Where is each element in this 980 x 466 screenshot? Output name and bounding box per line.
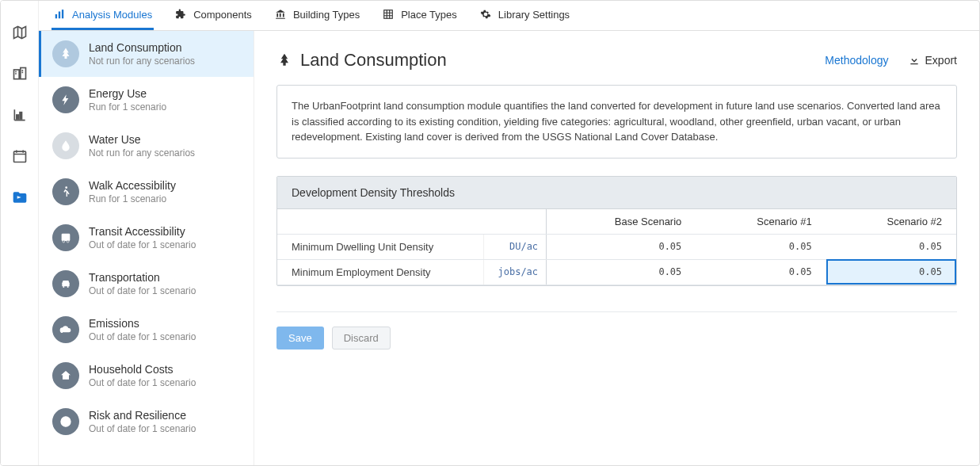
grid-header-s1: Scenario #1	[696, 209, 826, 235]
map-icon[interactable]	[10, 23, 29, 42]
module-item-household-costs[interactable]: Household Costs Out of date for 1 scenar…	[39, 353, 254, 399]
methodology-link[interactable]: Methodology	[825, 54, 888, 67]
grid-header-base: Base Scenario	[547, 209, 696, 235]
puzzle-icon	[174, 8, 187, 21]
svg-rect-3	[13, 70, 19, 79]
module-item-transit-accessibility[interactable]: Transit Accessibility Out of date for 1 …	[39, 215, 254, 261]
page-title-text: Land Consumption	[300, 50, 447, 71]
table-row: Minimum Dwelling Unit Density DU/ac 0.05…	[277, 234, 956, 259]
module-title: Risk and Resilience	[89, 409, 196, 422]
discard-button[interactable]: Discard	[332, 327, 391, 350]
export-label: Export	[925, 54, 957, 67]
bar-chart-icon	[53, 8, 66, 21]
row-unit: DU/ac	[483, 234, 547, 259]
svg-rect-13	[13, 151, 25, 162]
tree-icon	[52, 40, 79, 67]
svg-rect-17	[55, 14, 57, 18]
row-label: Minimum Dwelling Unit Density	[277, 234, 483, 259]
save-button[interactable]: Save	[276, 327, 324, 350]
grid-header-empty	[277, 209, 547, 235]
svg-rect-29	[63, 235, 69, 238]
tab-components[interactable]: Components	[173, 1, 254, 30]
walk-icon	[52, 178, 79, 205]
svg-point-28	[67, 240, 69, 243]
cell-base[interactable]: 0.05	[547, 234, 696, 259]
tab-library-settings[interactable]: Library Settings	[478, 1, 571, 30]
export-button[interactable]: Export	[908, 54, 957, 67]
chart-icon[interactable]	[10, 105, 29, 124]
module-title: Household Costs	[89, 363, 196, 376]
svg-rect-20	[384, 10, 393, 19]
module-title: Water Use	[89, 133, 195, 146]
left-nav-strip	[1, 1, 39, 465]
svg-rect-19	[62, 10, 63, 18]
folder-icon[interactable]	[10, 188, 29, 207]
module-subtitle: Run for 1 scenario	[89, 101, 166, 113]
divider	[276, 311, 957, 312]
module-item-water-use[interactable]: Water Use Not run for any scenarios	[39, 123, 254, 169]
module-title: Walk Accessibility	[89, 179, 176, 192]
module-title: Land Consumption	[89, 41, 195, 54]
home-icon	[52, 362, 79, 389]
gear-icon	[479, 8, 492, 21]
svg-rect-11	[16, 115, 17, 119]
grid-icon	[382, 8, 395, 21]
tab-building-types[interactable]: Building Types	[273, 1, 361, 30]
cell-base[interactable]: 0.05	[547, 259, 696, 285]
module-item-risk-resilience[interactable]: Risk and Resilience Out of date for 1 sc…	[39, 399, 254, 445]
table-row: Minimum Employment Density jobs/ac 0.05 …	[277, 259, 956, 285]
module-item-land-consumption[interactable]: Land Consumption Not run for any scenari…	[39, 31, 254, 77]
module-item-transportation[interactable]: Transportation Out of date for 1 scenari…	[39, 261, 254, 307]
tab-label: Place Types	[401, 9, 457, 21]
svg-marker-0	[13, 27, 25, 39]
module-list: Land Consumption Not run for any scenari…	[39, 31, 254, 465]
module-subtitle: Not run for any scenarios	[89, 55, 195, 67]
detail-pane: Land Consumption Methodology Export The …	[254, 31, 979, 465]
module-title: Transportation	[89, 271, 196, 284]
module-subtitle: Out of date for 1 scenario	[89, 377, 196, 388]
density-thresholds-grid: Development Density Thresholds Base Scen…	[276, 176, 957, 286]
tree-icon	[276, 52, 292, 68]
cell-s2[interactable]: 0.05	[826, 259, 956, 285]
download-icon	[908, 54, 921, 67]
top-tabs: Analysis Modules Components Building Typ…	[39, 1, 979, 31]
cell-s2[interactable]: 0.05	[826, 234, 956, 259]
module-subtitle: Run for 1 scenario	[89, 193, 176, 204]
row-label: Minimum Employment Density	[277, 259, 483, 285]
cell-s1[interactable]: 0.05	[696, 234, 826, 259]
svg-point-27	[63, 240, 65, 243]
page-title: Land Consumption	[276, 50, 447, 71]
module-title: Emissions	[89, 317, 196, 330]
module-subtitle: Out of date for 1 scenario	[89, 423, 196, 434]
svg-point-30	[63, 286, 64, 288]
tab-label: Library Settings	[498, 9, 570, 21]
module-title: Energy Use	[89, 87, 166, 100]
svg-rect-18	[59, 12, 60, 19]
globe-icon	[52, 408, 79, 435]
tab-label: Analysis Modules	[72, 9, 152, 21]
svg-rect-4	[20, 68, 25, 79]
module-subtitle: Not run for any scenarios	[89, 147, 195, 159]
cloud-icon	[52, 316, 79, 343]
tab-label: Components	[193, 9, 252, 21]
droplet-icon	[52, 132, 79, 159]
module-subtitle: Out of date for 1 scenario	[89, 331, 196, 342]
module-description: The UrbanFootprint land consumption modu…	[276, 85, 957, 159]
tab-place-types[interactable]: Place Types	[380, 1, 459, 30]
module-subtitle: Out of date for 1 scenario	[89, 285, 196, 296]
module-subtitle: Out of date for 1 scenario	[89, 239, 196, 250]
tab-label: Building Types	[293, 9, 360, 21]
module-title: Transit Accessibility	[89, 225, 196, 238]
svg-point-31	[67, 286, 69, 288]
module-item-energy-use[interactable]: Energy Use Run for 1 scenario	[39, 77, 254, 123]
module-item-walk-accessibility[interactable]: Walk Accessibility Run for 1 scenario	[39, 169, 254, 215]
calendar-icon[interactable]	[10, 147, 29, 166]
svg-rect-12	[20, 113, 22, 119]
row-unit: jobs/ac	[483, 259, 547, 285]
module-item-emissions[interactable]: Emissions Out of date for 1 scenario	[39, 307, 254, 353]
buildings-icon[interactable]	[10, 64, 29, 83]
grid-caption: Development Density Thresholds	[277, 177, 956, 209]
tab-analysis-modules[interactable]: Analysis Modules	[51, 1, 154, 30]
bolt-icon	[52, 86, 79, 113]
cell-s1[interactable]: 0.05	[696, 259, 826, 285]
